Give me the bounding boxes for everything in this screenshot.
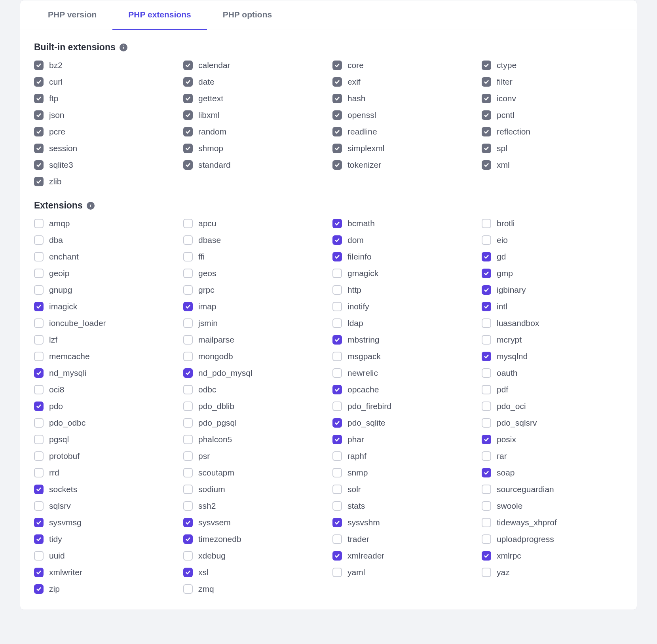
extension-label[interactable]: enchant (49, 252, 79, 261)
extension-label[interactable]: mongodb (198, 352, 233, 361)
tab-php-options[interactable]: PHP options (207, 0, 288, 30)
checkbox-unchecked-icon[interactable] (332, 501, 342, 511)
extension-label[interactable]: opcache (347, 385, 379, 394)
extension-label[interactable]: uploadprogress (497, 534, 554, 544)
extension-label[interactable]: oauth (497, 368, 518, 378)
extension-label[interactable]: stats (347, 501, 365, 511)
checkbox-unchecked-icon[interactable] (482, 235, 491, 245)
checkbox-checked-icon[interactable] (482, 252, 491, 261)
checkbox-unchecked-icon[interactable] (34, 335, 44, 345)
extension-label[interactable]: grpc (198, 285, 215, 295)
checkbox-unchecked-icon[interactable] (183, 352, 193, 361)
checkbox-checked-icon[interactable] (34, 368, 44, 378)
extension-label[interactable]: gnupg (49, 285, 72, 295)
extension-label[interactable]: pdo (49, 402, 63, 411)
tab-php-version[interactable]: PHP version (32, 0, 112, 30)
extension-label[interactable]: nd_mysqli (49, 368, 87, 378)
extension-label[interactable]: inotify (347, 302, 369, 311)
extension-label[interactable]: zmq (198, 584, 214, 594)
extension-label[interactable]: dbase (198, 235, 221, 245)
checkbox-checked-icon[interactable] (332, 418, 342, 428)
extension-label[interactable]: pgsql (49, 435, 69, 444)
checkbox-checked-icon[interactable] (34, 485, 44, 494)
checkbox-unchecked-icon[interactable] (34, 451, 44, 461)
extension-label[interactable]: igbinary (497, 285, 526, 295)
checkbox-unchecked-icon[interactable] (183, 584, 193, 594)
extension-label[interactable]: rar (497, 451, 507, 461)
extension-label[interactable]: trader (347, 534, 369, 544)
extension-label[interactable]: ldap (347, 318, 363, 328)
checkbox-checked-icon[interactable] (34, 534, 44, 544)
extension-label[interactable]: sodium (198, 485, 225, 494)
extension-label[interactable]: gmagick (347, 269, 378, 278)
checkbox-unchecked-icon[interactable] (183, 451, 193, 461)
checkbox-unchecked-icon[interactable] (183, 318, 193, 328)
checkbox-unchecked-icon[interactable] (34, 551, 44, 561)
tab-php-extensions[interactable]: PHP extensions (112, 0, 207, 30)
extension-label[interactable]: uuid (49, 551, 65, 561)
checkbox-unchecked-icon[interactable] (332, 302, 342, 311)
checkbox-unchecked-icon[interactable] (34, 285, 44, 295)
checkbox-checked-icon[interactable] (183, 368, 193, 378)
extension-label[interactable]: oci8 (49, 385, 65, 394)
checkbox-unchecked-icon[interactable] (34, 269, 44, 278)
checkbox-checked-icon[interactable] (482, 551, 491, 561)
extension-label[interactable]: fileinfo (347, 252, 372, 261)
checkbox-unchecked-icon[interactable] (482, 568, 491, 577)
checkbox-checked-icon[interactable] (332, 219, 342, 228)
checkbox-unchecked-icon[interactable] (183, 219, 193, 228)
extension-label[interactable]: mysqlnd (497, 352, 528, 361)
extension-label[interactable]: tideways_xhprof (497, 518, 557, 527)
extension-label[interactable]: pdf (497, 385, 508, 394)
extension-label[interactable]: tidy (49, 534, 62, 544)
checkbox-unchecked-icon[interactable] (34, 235, 44, 245)
checkbox-unchecked-icon[interactable] (482, 368, 491, 378)
extension-label[interactable]: timezonedb (198, 534, 241, 544)
extension-label[interactable]: xmlreader (347, 551, 384, 561)
extension-label[interactable]: apcu (198, 219, 216, 228)
checkbox-unchecked-icon[interactable] (34, 385, 44, 394)
checkbox-unchecked-icon[interactable] (183, 235, 193, 245)
checkbox-checked-icon[interactable] (332, 252, 342, 261)
extension-label[interactable]: dom (347, 235, 364, 245)
checkbox-unchecked-icon[interactable] (482, 534, 491, 544)
extension-label[interactable]: mailparse (198, 335, 234, 345)
extension-label[interactable]: bcmath (347, 219, 375, 228)
checkbox-unchecked-icon[interactable] (183, 252, 193, 261)
checkbox-checked-icon[interactable] (34, 568, 44, 577)
checkbox-checked-icon[interactable] (183, 302, 193, 311)
extension-label[interactable]: xmlwriter (49, 568, 82, 577)
checkbox-unchecked-icon[interactable] (482, 451, 491, 461)
checkbox-unchecked-icon[interactable] (183, 435, 193, 444)
extension-label[interactable]: ssh2 (198, 501, 216, 511)
extension-label[interactable]: intl (497, 302, 507, 311)
checkbox-checked-icon[interactable] (183, 568, 193, 577)
checkbox-unchecked-icon[interactable] (183, 551, 193, 561)
checkbox-checked-icon[interactable] (183, 518, 193, 527)
checkbox-checked-icon[interactable] (332, 518, 342, 527)
extension-label[interactable]: geos (198, 269, 216, 278)
checkbox-unchecked-icon[interactable] (482, 318, 491, 328)
checkbox-checked-icon[interactable] (482, 468, 491, 477)
checkbox-unchecked-icon[interactable] (332, 318, 342, 328)
extension-label[interactable]: nd_pdo_mysql (198, 368, 253, 378)
extension-label[interactable]: ioncube_loader (49, 318, 106, 328)
extension-label[interactable]: protobuf (49, 451, 80, 461)
extension-label[interactable]: zip (49, 584, 60, 594)
extension-label[interactable]: posix (497, 435, 516, 444)
extension-label[interactable]: pdo_oci (497, 402, 526, 411)
checkbox-unchecked-icon[interactable] (34, 219, 44, 228)
extension-label[interactable]: rrd (49, 468, 59, 477)
info-icon[interactable]: i (120, 44, 127, 51)
checkbox-checked-icon[interactable] (332, 335, 342, 345)
checkbox-unchecked-icon[interactable] (34, 318, 44, 328)
extension-label[interactable]: imagick (49, 302, 77, 311)
checkbox-checked-icon[interactable] (482, 269, 491, 278)
extension-label[interactable]: phar (347, 435, 364, 444)
extension-label[interactable]: sysvshm (347, 518, 380, 527)
extension-label[interactable]: eio (497, 235, 508, 245)
checkbox-checked-icon[interactable] (482, 435, 491, 444)
extension-label[interactable]: brotli (497, 219, 515, 228)
checkbox-unchecked-icon[interactable] (482, 518, 491, 527)
extension-label[interactable]: mbstring (347, 335, 380, 345)
